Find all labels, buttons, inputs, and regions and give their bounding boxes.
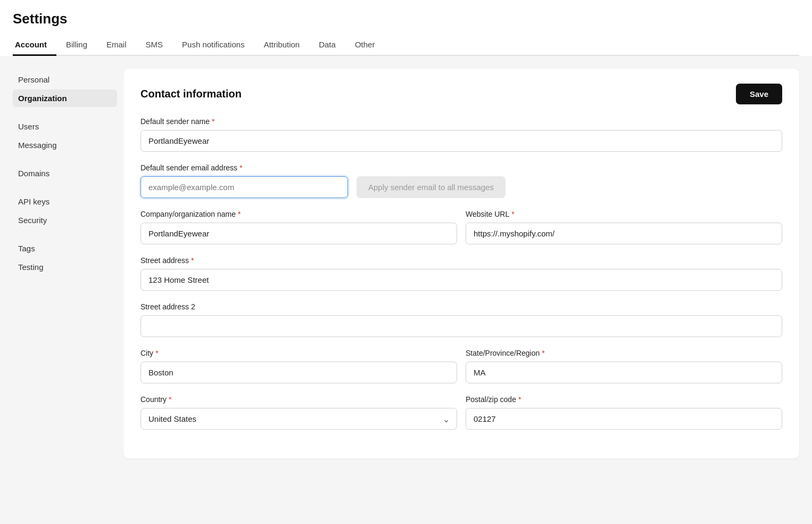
required-star-email: * [239, 163, 242, 172]
sidebar-item-organization[interactable]: Organization [13, 89, 117, 107]
sidebar-item-domains[interactable]: Domains [13, 165, 117, 182]
field-group-city-state: City * State/Province/Region * [140, 349, 782, 383]
input-postal-code[interactable] [466, 408, 782, 430]
input-website-url[interactable] [466, 223, 782, 244]
main-content: Contact information Save Default sender … [117, 62, 812, 524]
required-star-website: * [511, 210, 514, 218]
sidebar-item-users[interactable]: Users [13, 118, 117, 135]
select-country[interactable]: United States Canada United Kingdom Aust… [140, 408, 457, 430]
input-default-sender-name[interactable] [140, 130, 782, 152]
field-group-country-postal: Country * United States Canada United Ki… [140, 395, 782, 430]
tab-push-notifications[interactable]: Push notifications [172, 35, 254, 56]
body-layout: Personal Organization Users Messaging Do… [0, 56, 812, 524]
label-state: State/Province/Region * [466, 349, 782, 357]
top-nav: Account Billing Email SMS Push notificat… [13, 35, 799, 56]
label-default-sender-name: Default sender name * [140, 117, 782, 126]
tab-sms[interactable]: SMS [136, 35, 173, 56]
field-street-address-2: Street address 2 [140, 302, 782, 337]
tab-other[interactable]: Other [345, 35, 385, 56]
card-header: Contact information Save [140, 84, 782, 104]
save-button[interactable]: Save [736, 84, 782, 104]
field-street-address: Street address * [140, 256, 782, 291]
field-city: City * [140, 349, 457, 383]
sidebar-item-testing[interactable]: Testing [13, 258, 117, 276]
field-postal-code: Postal/zip code * [466, 395, 782, 430]
field-group-company-website: Company/organization name * Website URL … [140, 210, 782, 244]
page-wrapper: Settings Account Billing Email SMS Push … [0, 0, 812, 524]
page-title: Settings [13, 11, 799, 27]
tab-attribution[interactable]: Attribution [254, 35, 310, 56]
label-default-sender-email: Default sender email address * [140, 163, 782, 172]
sidebar-group-api: API keys Security [13, 193, 117, 229]
sidebar-item-personal[interactable]: Personal [13, 71, 117, 88]
label-postal-code: Postal/zip code * [466, 395, 782, 404]
field-default-sender-email: Default sender email address * Apply sen… [140, 163, 782, 198]
tab-billing[interactable]: Billing [56, 35, 97, 56]
sidebar-item-tags[interactable]: Tags [13, 240, 117, 257]
input-default-sender-email[interactable] [140, 176, 348, 198]
input-street-address-2[interactable] [140, 315, 782, 337]
required-star-state: * [542, 349, 544, 357]
sidebar-group-account: Personal Organization [13, 71, 117, 107]
required-star-country: * [169, 395, 171, 404]
input-street-address[interactable] [140, 269, 782, 291]
label-street-address: Street address * [140, 256, 782, 265]
required-star-street: * [191, 256, 194, 265]
sidebar-item-api-keys[interactable]: API keys [13, 193, 117, 210]
label-street-address-2: Street address 2 [140, 302, 782, 311]
field-default-sender-name: Default sender name * [140, 117, 782, 152]
country-select-wrap: United States Canada United Kingdom Aust… [140, 408, 457, 430]
tab-account[interactable]: Account [13, 35, 56, 56]
sidebar-group-domains: Domains [13, 165, 117, 182]
label-city: City * [140, 349, 457, 357]
field-country: Country * United States Canada United Ki… [140, 395, 457, 430]
input-state[interactable] [466, 362, 782, 383]
tab-email[interactable]: Email [97, 35, 136, 56]
email-row: Apply sender email to all messages [140, 176, 782, 198]
contact-information-title: Contact information [140, 88, 242, 100]
sidebar-group-users: Users Messaging [13, 118, 117, 154]
label-company-name: Company/organization name * [140, 210, 457, 218]
email-input-wrap [140, 176, 348, 198]
input-city[interactable] [140, 362, 457, 383]
tab-data[interactable]: Data [309, 35, 345, 56]
required-star: * [212, 117, 214, 126]
content-card: Contact information Save Default sender … [123, 69, 799, 458]
label-country: Country * [140, 395, 457, 404]
required-star-postal: * [518, 395, 521, 404]
required-star-city: * [155, 349, 158, 357]
field-state: State/Province/Region * [466, 349, 782, 383]
required-star-company: * [238, 210, 241, 218]
label-website-url: Website URL * [466, 210, 782, 218]
sidebar-item-security[interactable]: Security [13, 211, 117, 229]
sidebar-item-messaging[interactable]: Messaging [13, 136, 117, 154]
field-website-url: Website URL * [466, 210, 782, 244]
input-company-name[interactable] [140, 223, 457, 244]
sidebar: Personal Organization Users Messaging Do… [0, 62, 117, 524]
header: Settings Account Billing Email SMS Push … [0, 0, 812, 56]
apply-sender-email-button[interactable]: Apply sender email to all messages [357, 176, 506, 198]
sidebar-group-tags: Tags Testing [13, 240, 117, 276]
field-company-name: Company/organization name * [140, 210, 457, 244]
